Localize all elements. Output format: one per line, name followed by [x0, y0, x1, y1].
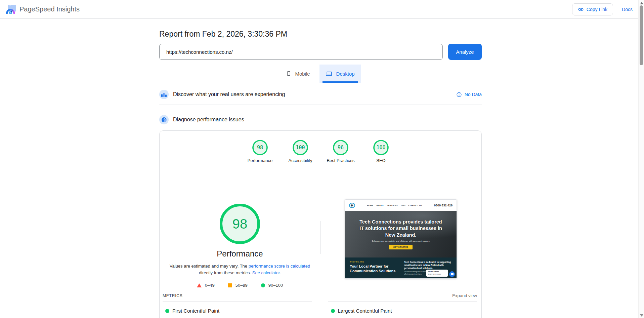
field-data-heading: Discover what your real users are experi…	[173, 91, 285, 97]
seo-score-circle: 100	[373, 140, 389, 156]
mobile-phone-icon	[286, 70, 292, 77]
note-text-1: Values are estimated and may vary. The	[170, 264, 249, 269]
legend-average: 50–89	[228, 283, 248, 288]
fcp-label: First Contentful Paint	[172, 308, 219, 314]
link-icon	[578, 6, 584, 12]
pass-range-label: 90–100	[268, 283, 283, 288]
category-accessibility[interactable]: 100 Accessibility	[280, 140, 320, 163]
site-hero: Tech Connections provides tailored IT so…	[345, 211, 457, 257]
fail-triangle-icon	[197, 283, 202, 287]
metric-column-right: Largest Contentful Paint	[328, 302, 477, 314]
device-tabs: Mobile Desktop	[159, 65, 482, 83]
seo-score-value: 100	[373, 140, 389, 156]
performance-panel: 98 Performance Values are estimated and …	[160, 168, 481, 288]
site-hero-heading: Tech Connections provides tailored IT so…	[359, 219, 443, 238]
best-practices-score-value: 96	[333, 140, 349, 156]
performance-score-circle: 98	[252, 140, 268, 156]
metrics-columns: First Contentful Paint Largest Contentfu…	[160, 302, 481, 314]
performance-score-value: 98	[252, 140, 268, 156]
note-text-2: directly from these metrics.	[199, 270, 252, 275]
accessibility-label: Accessibility	[289, 158, 312, 163]
report-card: 98 Performance 100 Accessibility	[159, 130, 482, 318]
top-bar: PageSpeed Insights Copy Link Docs	[0, 0, 644, 19]
tab-desktop-label: Desktop	[336, 71, 355, 77]
vertical-scrollbar[interactable]	[638, 0, 644, 318]
gauge-column: 98 Performance Values are estimated and …	[160, 168, 320, 288]
site-logo	[349, 203, 355, 208]
main-content: Report from Feb 2, 2026, 3:30:36 PM Anal…	[159, 30, 482, 318]
accessibility-score-value: 100	[292, 140, 308, 156]
brand[interactable]: PageSpeed Insights	[6, 5, 80, 14]
expand-view-button[interactable]: Expand view	[452, 293, 477, 298]
copy-link-button[interactable]: Copy Link	[572, 3, 613, 15]
diagnose-gauge-icon	[159, 115, 169, 124]
accessibility-score-circle: 100	[292, 140, 308, 156]
gauge-score-value: 98	[219, 203, 261, 245]
metric-row-fcp[interactable]: First Contentful Paint	[163, 308, 312, 314]
site-hero-subtext: Enhance your connectivity and efficiency…	[372, 240, 430, 242]
category-performance[interactable]: 98 Performance	[240, 140, 280, 163]
site-kicker: WHO WE ARE	[350, 261, 400, 263]
score-legend: 0–49 50–89 90–100	[193, 283, 287, 288]
metric-row-lcp[interactable]: Largest Contentful Paint	[328, 308, 477, 314]
site-navbar: HOMEABOUTSERVICESTIPSCONTACT US 0800 832…	[345, 200, 457, 211]
site-about-text: Tech Connections is dedicated to support…	[404, 261, 451, 269]
page-screenshot-thumbnail[interactable]: HOMEABOUTSERVICESTIPSCONTACT US 0800 832…	[345, 199, 457, 279]
site-cta-button: GET STARTED	[389, 245, 412, 249]
lcp-label: Largest Contentful Paint	[338, 308, 392, 314]
metric-column-left: First Contentful Paint	[163, 302, 312, 314]
fcp-pass-dot-icon	[165, 309, 169, 313]
chat-bubble-icon	[449, 271, 455, 277]
analyze-button[interactable]: Analyze	[448, 44, 482, 60]
report-heading: Report from Feb 2, 2026, 3:30:36 PM	[159, 30, 482, 39]
pagespeed-logo-icon	[6, 5, 16, 14]
gauge-title: Performance	[217, 249, 263, 259]
average-range-label: 50–89	[235, 283, 248, 288]
docs-link[interactable]: Docs	[622, 7, 633, 12]
tab-desktop[interactable]: Desktop	[319, 65, 361, 83]
no-data-status[interactable]: No Data	[456, 92, 482, 97]
category-best-practices[interactable]: 96 Best Practices	[320, 140, 361, 163]
pagespeed-insights-page: PageSpeed Insights Copy Link Docs Report…	[0, 0, 644, 318]
section-divider	[159, 105, 482, 105]
scroll-down-arrow-icon[interactable]	[640, 314, 643, 317]
legend-fail: 0–49	[197, 283, 215, 288]
best-practices-label: Best Practices	[327, 158, 354, 163]
tab-mobile-label: Mobile	[295, 71, 310, 77]
info-icon	[456, 92, 462, 97]
lab-data-heading: Diagnose performance issues	[173, 117, 244, 123]
performance-label: Performance	[248, 158, 272, 163]
site-nav-links: HOMEABOUTSERVICESTIPSCONTACT US	[355, 204, 434, 206]
desktop-laptop-icon	[326, 71, 333, 77]
lcp-pass-dot-icon	[331, 309, 335, 313]
site-chat-widget: We're offline Leave a message	[426, 270, 448, 277]
category-scores-row: 98 Performance 100 Accessibility	[160, 131, 481, 163]
seo-label: SEO	[376, 158, 385, 163]
score-calc-link[interactable]: performance score is calculated	[249, 264, 310, 269]
metrics-header: METRICS Expand view	[160, 293, 481, 298]
chat-status: We're offline	[428, 271, 446, 273]
field-data-section-header: Discover what your real users are experi…	[159, 90, 482, 99]
no-data-label: No Data	[465, 92, 482, 97]
site-local-heading: Your Local Partner for Communication Sol…	[350, 264, 400, 274]
metrics-title: METRICS	[163, 293, 183, 298]
category-seo[interactable]: 100 SEO	[361, 140, 401, 163]
pass-circle-icon	[261, 283, 265, 287]
tab-mobile[interactable]: Mobile	[280, 65, 316, 83]
scroll-up-arrow-icon[interactable]	[640, 2, 643, 4]
site-about-band: WHO WE ARE Your Local Partner for Commun…	[345, 257, 457, 279]
see-calculator-link[interactable]: See calculator.	[252, 270, 281, 275]
fail-range-label: 0–49	[205, 283, 215, 288]
site-phone: 0800 832 426	[434, 204, 453, 207]
url-input[interactable]	[159, 44, 443, 60]
app-title: PageSpeed Insights	[19, 5, 80, 13]
legend-pass: 90–100	[261, 283, 283, 288]
lab-data-section-header: Diagnose performance issues	[159, 115, 482, 124]
chat-prompt: Leave a message	[428, 273, 446, 275]
best-practices-score-circle: 96	[333, 140, 349, 156]
average-square-icon	[228, 283, 232, 287]
search-row: Analyze	[159, 44, 482, 60]
score-explanation: Values are estimated and may vary. The p…	[169, 263, 310, 276]
real-users-icon	[159, 90, 169, 99]
scrollbar-thumb[interactable]	[640, 5, 643, 65]
